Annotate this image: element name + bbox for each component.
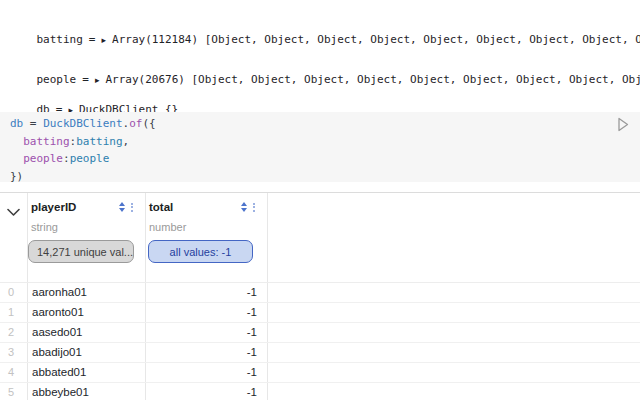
row-index: 5 — [0, 383, 14, 400]
column-header-total: total number all values: -1 — [145, 192, 267, 282]
cell-total: -1 — [145, 303, 257, 322]
code-editor-cell[interactable]: db = DuckDBClient.of({ batting:batting, … — [0, 112, 640, 182]
sort-icon[interactable] — [241, 202, 247, 212]
kebab-menu-icon[interactable] — [253, 203, 255, 212]
output-var-name: people — [37, 73, 77, 86]
cell-playerid: aaronha01 — [32, 283, 87, 302]
cell-total: -1 — [145, 363, 257, 382]
table-row: 4abbated01-1 — [0, 363, 640, 383]
column-name: total — [149, 201, 173, 213]
cell-playerid: aasedo01 — [32, 323, 83, 342]
expander-triangle-icon[interactable]: ▸ — [95, 75, 100, 85]
output-cell-batting[interactable]: batting=▸Array(112184) [Object, Object, … — [10, 19, 640, 61]
code-lines: db = DuckDBClient.of({ batting:batting, … — [10, 115, 156, 185]
cell-playerid: abbeybe01 — [32, 383, 89, 400]
column-summary-pill[interactable]: all values: -1 — [148, 240, 253, 263]
table-row: 1aaronto01-1 — [0, 303, 640, 323]
table-row: 5abbeybe01-1 — [0, 383, 640, 400]
cell-total: -1 — [145, 323, 257, 342]
data-table[interactable]: playerID string 14,271 unique val... tot… — [0, 192, 640, 400]
row-index: 3 — [0, 343, 14, 362]
sort-icon[interactable] — [119, 202, 125, 212]
output-value: Array(20676) [Object, Object, Object, Ob… — [105, 73, 640, 86]
chevron-down-icon — [7, 208, 20, 217]
play-icon — [617, 117, 629, 132]
output-var-name: batting — [37, 33, 83, 46]
table-row: 3abadijo01-1 — [0, 343, 640, 363]
row-index: 2 — [0, 323, 14, 342]
cell-playerid: abadijo01 — [32, 343, 82, 362]
row-index: 4 — [0, 363, 14, 382]
equals-sign: = — [82, 73, 89, 86]
cell-total: -1 — [145, 283, 257, 302]
cell-total: -1 — [145, 343, 257, 362]
table-rows[interactable]: 0aaronha01-11aaronto01-12aasedo01-13abad… — [0, 283, 640, 400]
equals-sign: = — [89, 33, 96, 46]
output-value: Array(112184) [Object, Object, Object, O… — [112, 33, 640, 46]
collapse-table-button[interactable] — [7, 203, 20, 221]
cell-playerid: abbated01 — [32, 363, 86, 382]
column-summary-pill[interactable]: 14,271 unique val... — [28, 240, 134, 263]
column-header-playerid: playerID string 14,271 unique val... — [27, 192, 145, 282]
column-name: playerID — [31, 201, 76, 213]
cell-total: -1 — [145, 383, 257, 400]
run-cell-button[interactable] — [617, 117, 631, 133]
notebook-page: batting=▸Array(112184) [Object, Object, … — [0, 0, 640, 400]
table-row: 2aasedo01-1 — [0, 323, 640, 343]
row-index: 0 — [0, 283, 14, 302]
cell-playerid: aaronto01 — [32, 303, 84, 322]
table-row: 0aaronha01-1 — [0, 283, 640, 303]
expander-triangle-icon[interactable]: ▸ — [101, 35, 106, 45]
kebab-menu-icon[interactable] — [131, 203, 133, 212]
row-index: 1 — [0, 303, 14, 322]
column-type: string — [31, 221, 58, 233]
column-type: number — [149, 221, 186, 233]
